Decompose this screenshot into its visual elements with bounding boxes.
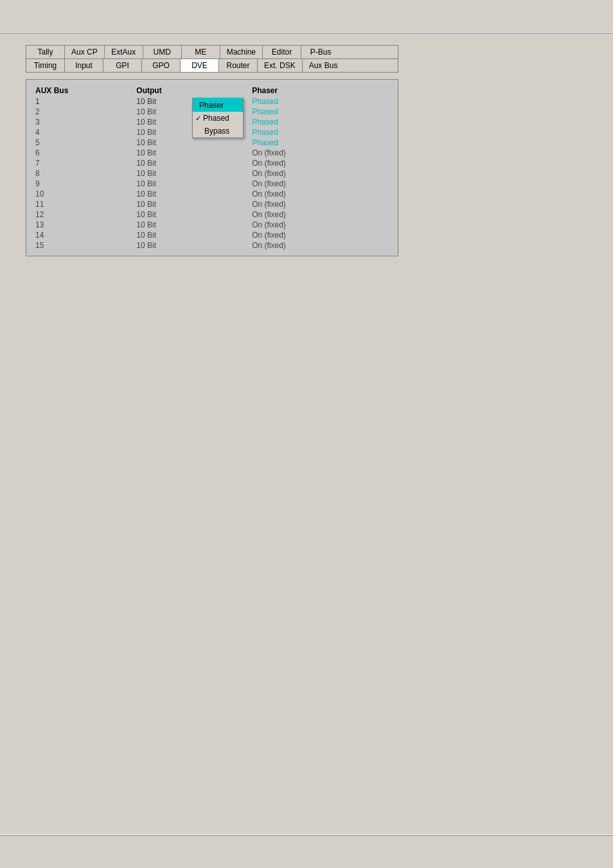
tab-editor[interactable]: Editor (263, 46, 301, 58)
cell-output: 10 Bit (132, 148, 248, 158)
table-row[interactable]: 810 BitOn (fixed) (31, 168, 393, 179)
tab-router[interactable]: Router (219, 59, 258, 72)
tab-extaux[interactable]: ExtAux (105, 46, 143, 58)
cell-auxbus: 2 (31, 107, 132, 117)
tab-umd[interactable]: UMD (143, 46, 182, 58)
table-row[interactable]: 610 BitOn (fixed) (31, 148, 393, 158)
cell-phaser[interactable]: Phased (248, 107, 393, 117)
cell-output: 10 Bit (132, 158, 248, 168)
cell-auxbus: 5 (31, 137, 132, 148)
table-row[interactable]: 510 BitPhased (31, 137, 393, 148)
cell-output: 10 Bit (132, 137, 248, 148)
cell-output: 10 Bit (132, 199, 248, 209)
cell-phaser[interactable]: On (fixed) (248, 148, 393, 158)
tab-machine[interactable]: Machine (220, 46, 263, 58)
table-row[interactable]: 1410 BitOn (fixed) (31, 230, 393, 240)
dropdown-item-phaser[interactable]: Phaser (193, 99, 243, 112)
cell-auxbus: 9 (31, 179, 132, 189)
tab-row-1: Tally Aux CP ExtAux UMD ME Machine Edito… (26, 46, 398, 59)
col-header-output: Output (132, 85, 248, 96)
table-row[interactable]: 910 BitOn (fixed) (31, 179, 393, 189)
tab-gpi[interactable]: GPI (103, 59, 142, 72)
cell-auxbus: 13 (31, 220, 132, 230)
cell-auxbus: 11 (31, 199, 132, 209)
tab-me[interactable]: ME (182, 46, 220, 58)
cell-phaser[interactable]: On (fixed) (248, 230, 393, 240)
col-header-auxbus: AUX Bus (31, 85, 132, 96)
cell-phaser[interactable]: Phased (248, 96, 393, 107)
cell-phaser[interactable]: Phased (248, 127, 393, 137)
table-row[interactable]: 1510 BitOn (fixed) (31, 240, 393, 251)
table-row[interactable]: 1010 BitOn (fixed) (31, 189, 393, 199)
cell-auxbus: 15 (31, 240, 132, 251)
tab-auxcp[interactable]: Aux CP (65, 46, 105, 58)
table-row[interactable]: 1110 BitOn (fixed) (31, 199, 393, 209)
cell-auxbus: 10 (31, 189, 132, 199)
cell-output: 10 Bit (132, 179, 248, 189)
cell-auxbus: 7 (31, 158, 132, 168)
tab-row-2: Timing Input GPI GPO DVE Router Ext. DSK… (26, 59, 398, 72)
tab-auxbus[interactable]: Aux Bus (303, 59, 344, 72)
cell-auxbus: 4 (31, 127, 132, 137)
table-row[interactable]: 1210 BitOn (fixed) (31, 209, 393, 220)
tab-gpo[interactable]: GPO (142, 59, 181, 72)
tab-dve[interactable]: DVE (181, 59, 219, 72)
cell-phaser[interactable]: On (fixed) (248, 158, 393, 168)
cell-phaser[interactable]: On (fixed) (248, 220, 393, 230)
table-area: AUX Bus Output Phaser 110 BitPhased210 B… (26, 79, 398, 256)
cell-auxbus: 1 (31, 96, 132, 107)
tab-tally[interactable]: Tally (26, 46, 65, 58)
cell-phaser[interactable]: On (fixed) (248, 189, 393, 199)
dropdown-item-bypass[interactable]: Bypass (193, 125, 243, 137)
tab-input[interactable]: Input (65, 59, 103, 72)
top-border (0, 32, 613, 33)
tab-pbus[interactable]: P-Bus (301, 46, 340, 58)
tab-extdsk[interactable]: Ext. DSK (258, 59, 303, 72)
cell-phaser[interactable]: Phased (248, 137, 393, 148)
main-content: Tally Aux CP ExtAux UMD ME Machine Edito… (26, 45, 587, 256)
table-row[interactable]: 1310 BitOn (fixed) (31, 220, 393, 230)
cell-auxbus: 14 (31, 230, 132, 240)
col-header-phaser: Phaser (248, 85, 393, 96)
cell-phaser[interactable]: On (fixed) (248, 179, 393, 189)
cell-output: 10 Bit (132, 230, 248, 240)
table-row[interactable]: 710 BitOn (fixed) (31, 158, 393, 168)
cell-phaser[interactable]: On (fixed) (248, 168, 393, 179)
phaser-dropdown: Phaser Phased Bypass (192, 98, 244, 138)
tab-timing[interactable]: Timing (26, 59, 65, 72)
cell-output: 10 Bit (132, 209, 248, 220)
bottom-border (0, 835, 613, 836)
cell-phaser[interactable]: Phased (248, 117, 393, 127)
tab-bar: Tally Aux CP ExtAux UMD ME Machine Edito… (26, 45, 398, 73)
cell-output: 10 Bit (132, 240, 248, 251)
cell-output: 10 Bit (132, 220, 248, 230)
cell-auxbus: 8 (31, 168, 132, 179)
cell-output: 10 Bit (132, 189, 248, 199)
cell-output: 10 Bit (132, 168, 248, 179)
cell-phaser[interactable]: On (fixed) (248, 209, 393, 220)
cell-auxbus: 6 (31, 148, 132, 158)
cell-auxbus: 3 (31, 117, 132, 127)
dropdown-item-phased[interactable]: Phased (193, 112, 243, 125)
cell-auxbus: 12 (31, 209, 132, 220)
cell-phaser[interactable]: On (fixed) (248, 240, 393, 251)
cell-phaser[interactable]: On (fixed) (248, 199, 393, 209)
